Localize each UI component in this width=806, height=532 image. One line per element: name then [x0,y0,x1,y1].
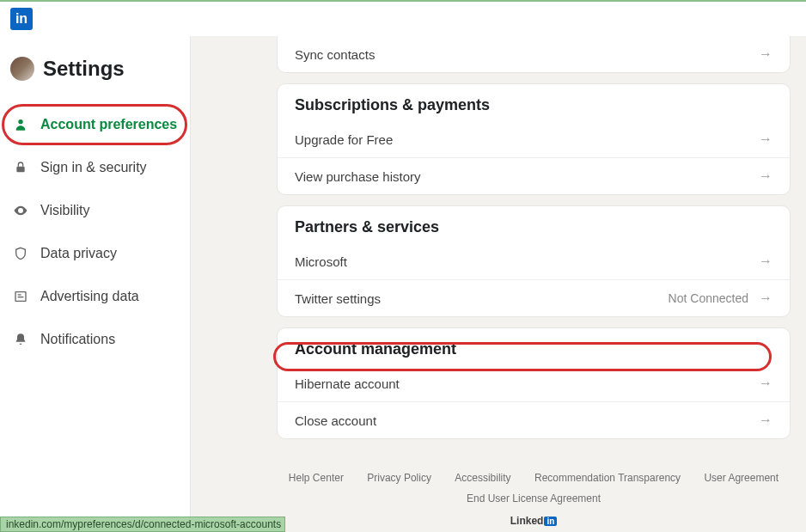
svg-rect-1 [16,167,24,173]
sidebar-item-visibility[interactable]: Visibility [0,189,190,232]
chevron-right-icon: → [759,131,772,147]
person-icon [13,117,28,132]
section-title: Subscriptions & payments [278,84,790,121]
newspaper-icon [13,289,28,304]
row-label: Upgrade for Free [295,132,393,147]
settings-title-block: Settings [0,57,190,100]
footer-link[interactable]: Accessibility [455,472,510,484]
footer-link[interactable]: Privacy Policy [367,472,431,484]
footer-links-row1: Help Center Privacy Policy Accessibility… [277,472,791,484]
status-url-bar: inkedin.com/mypreferences/d/connected-mi… [0,517,285,532]
row-close-account[interactable]: Close account → [278,401,790,438]
sidebar-item-label: Advertising data [40,289,139,304]
app-header: in [0,2,806,36]
row-microsoft[interactable]: Microsoft → [278,243,790,279]
sidebar-item-data-privacy[interactable]: Data privacy [0,232,190,275]
footer-link[interactable]: Recommendation Transparency [534,472,681,484]
sidebar: Settings Account preferences Sign in & s… [0,36,191,532]
sidebar-item-notifications[interactable]: Notifications [0,318,190,361]
chevron-right-icon: → [759,376,772,391]
row-label: Hibernate account [295,376,400,391]
chevron-right-icon: → [759,290,772,306]
card-account-management: Account management Hibernate account → C… [277,327,791,439]
chevron-right-icon: → [759,168,772,184]
row-label: Microsoft [295,254,347,269]
sidebar-item-label: Sign in & security [40,160,147,175]
linkedin-logo[interactable]: in [10,8,33,30]
row-label: Twitter settings [295,291,381,306]
svg-point-0 [18,119,22,124]
sidebar-item-advertising-data[interactable]: Advertising data [0,275,190,318]
avatar[interactable] [10,57,34,81]
row-sync-contacts[interactable]: Sync contacts → [278,36,790,72]
sidebar-item-signin-security[interactable]: Sign in & security [0,146,190,189]
sidebar-item-label: Account preferences [40,117,177,132]
chevron-right-icon: → [759,413,772,428]
sidebar-item-account-preferences[interactable]: Account preferences [0,103,190,146]
footer-link[interactable]: User Agreement [704,472,779,484]
chevron-right-icon: → [759,46,772,62]
chevron-right-icon: → [759,254,772,269]
section-title: Account management [278,328,790,365]
card-partners: Partners & services Microsoft → Twitter … [277,205,791,317]
main-content: Sync contacts → Subscriptions & payments… [191,36,806,532]
bell-icon [13,332,28,347]
section-title: Partners & services [278,206,790,243]
lock-icon [13,160,28,175]
row-upgrade-free[interactable]: Upgrade for Free → [278,121,790,157]
row-purchase-history[interactable]: View purchase history → [278,157,790,194]
sidebar-item-label: Notifications [40,332,115,347]
footer-link[interactable]: End User License Agreement [467,492,601,504]
row-status: Not Connected [669,291,748,305]
svg-point-2 [20,210,22,212]
footer-link[interactable]: Help Center [289,472,344,484]
row-hibernate-account[interactable]: Hibernate account → [278,365,790,401]
footer: Help Center Privacy Policy Accessibility… [277,449,791,532]
card-subscriptions: Subscriptions & payments Upgrade for Fre… [277,83,791,195]
row-label: Close account [295,413,376,428]
sidebar-item-label: Visibility [40,203,90,218]
row-label: View purchase history [295,169,420,184]
page-title: Settings [43,57,125,81]
row-label: Sync contacts [295,47,375,62]
sidebar-item-label: Data privacy [40,246,117,261]
footer-brand: Linkedin [277,515,791,527]
footer-links-row2: End User License Agreement [277,492,791,504]
shield-icon [13,246,28,261]
card-orphan: Sync contacts → [277,36,791,73]
row-twitter-settings[interactable]: Twitter settings Not Connected → [278,279,790,316]
eye-icon [13,203,28,218]
